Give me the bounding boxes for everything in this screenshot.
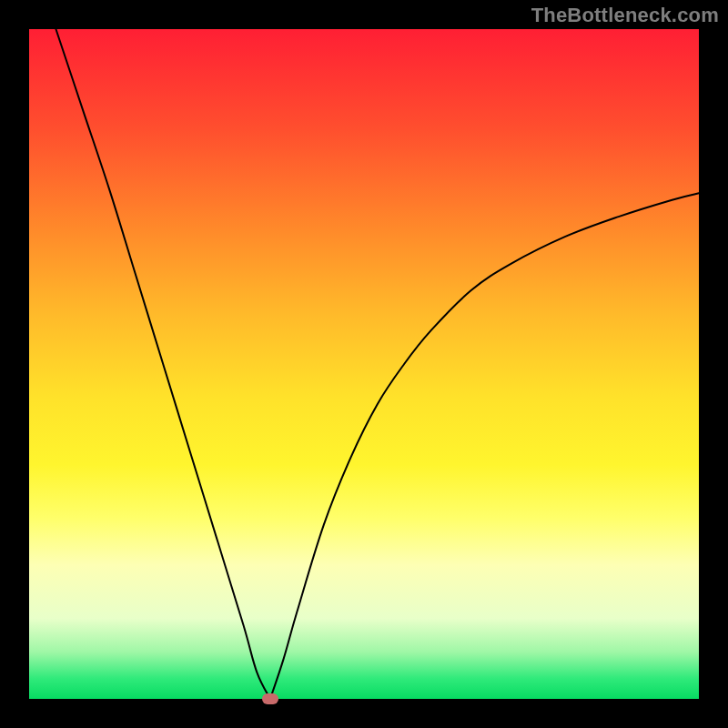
watermark-text: TheBottleneck.com — [531, 4, 719, 27]
curve-right-branch — [270, 193, 699, 699]
curve-left-branch — [56, 29, 270, 699]
chart-stage: TheBottleneck.com — [0, 0, 728, 728]
min-marker — [262, 693, 278, 704]
chart-svg — [29, 29, 699, 699]
plot-area — [29, 29, 699, 699]
